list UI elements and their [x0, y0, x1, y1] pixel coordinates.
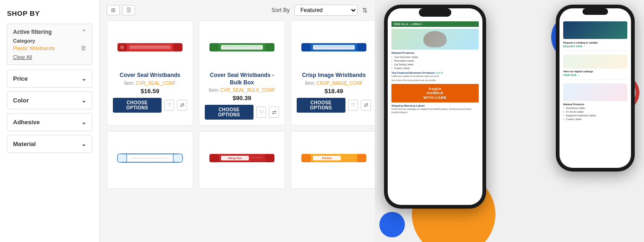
product-actions-1: CHOOSE OPTIONS ♡ ⇄ [113, 98, 187, 113]
svg-rect-22 [265, 154, 274, 162]
category-label: Category [13, 38, 86, 44]
phone-shipping-title: Shipping Warning Labels [391, 104, 479, 107]
category-value: Plastic Wristbands 🗑 [13, 45, 86, 51]
fragile-text: fragileHANDLEWITH CARE [393, 87, 477, 100]
phone-content-left: VIEW ALL E... LABELS → Related Products … [388, 8, 482, 205]
choose-options-button-1[interactable]: CHOOSE OPTIONS [113, 98, 162, 113]
phone-back: Request a catalog or sample REQUEST NOW … [556, 5, 635, 172]
phone-related-title: Related Products [391, 51, 479, 54]
phone-thumb-2 [563, 83, 627, 101]
sort-options-icon[interactable]: ⇅ [362, 6, 368, 14]
color-filter-label: Color [13, 97, 29, 104]
phone-right-related-title: Related Products [563, 103, 627, 106]
list-view-button[interactable]: ☰ [122, 5, 135, 15]
phone-notch-small [583, 8, 608, 15]
wristband-green [205, 38, 279, 56]
deco-blue-small [379, 212, 405, 237]
choose-options-button-2[interactable]: CHOOSE OPTIONS [205, 105, 254, 120]
svg-rect-18 [173, 154, 182, 162]
choose-options-button-3[interactable]: CHOOSE OPTIONS [297, 98, 345, 113]
wishlist-button-1[interactable]: ♡ [164, 100, 175, 111]
phone-front: VIEW ALL E... LABELS → Related Products … [384, 5, 486, 209]
product-image-2 [205, 26, 279, 68]
phone-digital-link[interactable]: VIEW NOW → [563, 74, 627, 76]
product-card-6: Fall Risk [291, 131, 375, 189]
color-filter[interactable]: Color ⌄ [7, 91, 92, 109]
phone-right-item-2: IV Line ID Labels [563, 110, 627, 113]
compare-button-2[interactable]: ⇄ [269, 107, 279, 118]
clear-all-link[interactable]: Clear All [13, 54, 86, 60]
svg-rect-28 [357, 154, 366, 162]
phone-list-item-1: Care Instruction Labels [391, 56, 479, 58]
phone-featured-sub: Just a few of the many products we can p… [391, 79, 479, 82]
products-grid: Cover Seal Wristbands Item: CVR_SEAL_CON… [107, 20, 368, 189]
svg-point-5 [120, 45, 124, 49]
phone-featured-desc: Labels and supplies for businesses large… [391, 75, 479, 78]
chevron-up-icon: ⌃ [82, 29, 86, 35]
phone-catalog-link[interactable]: REQUEST NOW → [563, 45, 627, 48]
phone-right-item-4: Custom Labels [563, 118, 627, 121]
material-filter-label: Material [13, 140, 36, 147]
svg-rect-13 [357, 43, 366, 51]
material-filter[interactable]: Material ⌄ [7, 135, 92, 153]
svg-text:Fall Risk: Fall Risk [322, 157, 332, 159]
phone-list-item-4: Custom Labels [391, 67, 479, 70]
phone-catalog-title: Request a catalog or sample [563, 41, 627, 44]
svg-rect-16 [117, 154, 182, 162]
sort-select[interactable]: Featured Price: Low to High Price: High … [294, 5, 358, 16]
chevron-down-icon: ⌄ [81, 97, 86, 104]
view-toggle: ⊞ ☰ [107, 5, 135, 15]
category-value-text: Plastic Wristbands [13, 45, 55, 51]
fragile-label: fragileHANDLEWITH CARE [391, 84, 479, 103]
phone-screen-small: Request a catalog or sample REQUEST NOW … [559, 8, 631, 168]
adhesive-filter[interactable]: Adhesive ⌄ [7, 113, 92, 131]
phones-area: VIEW ALL E... LABELS → Related Products … [375, 0, 644, 242]
main-product-area: ⊞ ☰ Sort By Featured Price: Low to High … [100, 0, 375, 242]
svg-rect-8 [265, 43, 274, 51]
product-card-1: Cover Seal Wristbands Item: CVR_SEAL_CON… [107, 20, 193, 126]
phone-right-item-3: Equipment Inspection Labels [563, 114, 627, 117]
product-item-2: Item: CVR_SEAL_BULK_CONF [209, 88, 275, 93]
phone-right-item-1: Anesthesia Labels [563, 107, 627, 109]
wristband-blue [297, 38, 371, 56]
active-filter-section: Active filtering ⌃ Category Plastic Wris… [7, 24, 92, 65]
product-price-3: $18.49 [325, 88, 343, 95]
svg-rect-21 [209, 154, 219, 162]
price-filter[interactable]: Price ⌄ [7, 70, 92, 88]
phone-content-right: Request a catalog or sample REQUEST NOW … [559, 8, 631, 168]
wristband-blue-outline [113, 149, 187, 167]
product-image-5: Allergy Alert [205, 137, 279, 179]
wishlist-button-2[interactable]: ♡ [256, 107, 267, 118]
svg-rect-17 [117, 154, 127, 162]
phone-thumb-1 [563, 55, 627, 69]
product-item-1: Item: CVR_SEAL_CONF [124, 81, 176, 86]
svg-rect-2 [173, 43, 182, 51]
compare-button-3[interactable]: ⇄ [361, 100, 371, 111]
product-card-4 [107, 131, 193, 189]
adhesive-filter-label: Adhesive [13, 119, 40, 126]
compare-button-1[interactable]: ⇄ [177, 100, 187, 111]
phone-frame-large: VIEW ALL E... LABELS → Related Products … [384, 5, 486, 209]
sidebar: SHOP BY Active filtering ⌃ Category Plas… [0, 0, 100, 242]
wristband-allergy-red: Allergy Alert [205, 149, 279, 167]
product-image-3 [297, 26, 371, 68]
svg-rect-14 [313, 45, 355, 50]
phone-list-item-3: Lab Testing Labels [391, 63, 479, 66]
price-filter-label: Price [13, 75, 28, 82]
product-card-3: Crisp Image Wristbands Item: CRSP_IMAGE_… [291, 20, 375, 126]
product-name-1: Cover Seal Wristbands [120, 72, 181, 79]
sort-by-label: Sort By [272, 7, 290, 13]
wishlist-button-3[interactable]: ♡ [348, 100, 358, 111]
product-image-4 [113, 137, 187, 179]
phone-shipping-desc: Ensure that your packages are shipped an… [391, 108, 479, 114]
svg-rect-12 [301, 43, 311, 51]
chevron-down-icon: ⌄ [81, 119, 86, 126]
svg-rect-9 [221, 45, 263, 50]
wristband-fall-risk-yellow: Fall Risk [297, 149, 371, 167]
product-actions-2: CHOOSE OPTIONS ♡ ⇄ [205, 105, 279, 120]
delete-filter-icon[interactable]: 🗑 [80, 45, 86, 51]
phone-list-item-2: Prescription Labels [391, 59, 479, 62]
phone-featured-title: Top Featured Business Products View All [391, 71, 479, 74]
svg-rect-7 [209, 43, 219, 51]
grid-view-button[interactable]: ⊞ [107, 5, 120, 15]
